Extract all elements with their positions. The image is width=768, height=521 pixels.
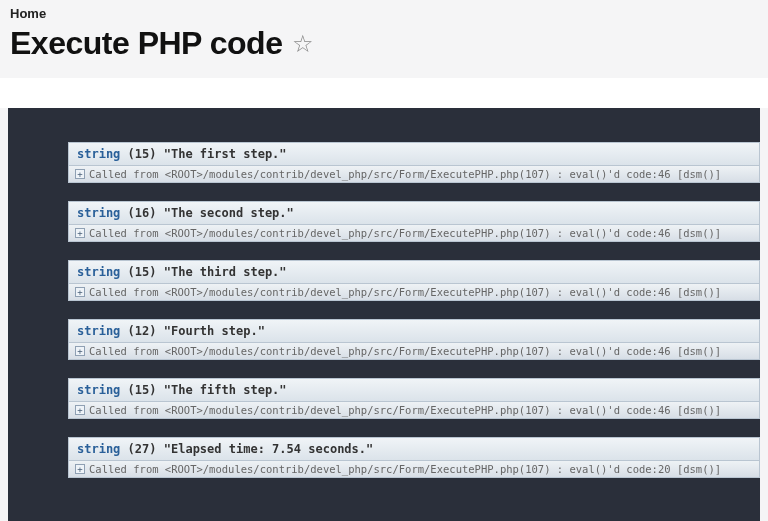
page-title: Execute PHP code <box>10 25 282 62</box>
dump-value-line: string (15) "The fifth step." <box>68 378 760 401</box>
dump-length: (15) <box>128 383 157 397</box>
dump-sep <box>157 206 164 220</box>
dump-length: (15) <box>128 265 157 279</box>
trace-path: <ROOT>/modules/contrib/devel_php/src/For… <box>165 463 721 475</box>
trace-path: <ROOT>/modules/contrib/devel_php/src/For… <box>165 345 721 357</box>
expand-icon[interactable]: + <box>75 346 85 356</box>
dump-type: string <box>77 442 120 456</box>
dump-length: (16) <box>128 206 157 220</box>
var-dump: string (15) "The fifth step." +Called fr… <box>68 378 760 419</box>
trace-text: Called from <ROOT>/modules/contrib/devel… <box>89 404 721 416</box>
dump-length: (12) <box>128 324 157 338</box>
dump-sep <box>120 324 127 338</box>
dump-type: string <box>77 265 120 279</box>
dump-string: "Fourth step." <box>164 324 265 338</box>
dump-value-line: string (16) "The second step." <box>68 201 760 224</box>
trace-text: Called from <ROOT>/modules/contrib/devel… <box>89 286 721 298</box>
expand-icon[interactable]: + <box>75 228 85 238</box>
var-dump: string (15) "The first step." +Called fr… <box>68 142 760 183</box>
trace-path: <ROOT>/modules/contrib/devel_php/src/For… <box>165 404 721 416</box>
dump-sep <box>157 265 164 279</box>
expand-icon[interactable]: + <box>75 464 85 474</box>
content-spacer <box>0 78 768 108</box>
dump-sep <box>120 442 127 456</box>
trace-path: <ROOT>/modules/contrib/devel_php/src/For… <box>165 168 721 180</box>
dump-length: (15) <box>128 147 157 161</box>
trace-line: +Called from <ROOT>/modules/contrib/deve… <box>68 165 760 183</box>
dump-value-line: string (12) "Fourth step." <box>68 319 760 342</box>
favorite-star-icon[interactable]: ☆ <box>292 30 314 58</box>
trace-line: +Called from <ROOT>/modules/contrib/deve… <box>68 460 760 478</box>
dump-type: string <box>77 206 120 220</box>
trace-path: <ROOT>/modules/contrib/devel_php/src/For… <box>165 227 721 239</box>
trace-prefix: Called from <box>89 227 165 239</box>
trace-path: <ROOT>/modules/contrib/devel_php/src/For… <box>165 286 721 298</box>
dump-sep <box>120 206 127 220</box>
expand-icon[interactable]: + <box>75 405 85 415</box>
trace-prefix: Called from <box>89 404 165 416</box>
trace-text: Called from <ROOT>/modules/contrib/devel… <box>89 227 721 239</box>
dump-sep <box>157 383 164 397</box>
dump-sep <box>157 442 164 456</box>
dump-type: string <box>77 383 120 397</box>
dump-value-line: string (27) "Elapsed time: 7.54 seconds.… <box>68 437 760 460</box>
dump-string: "The second step." <box>164 206 294 220</box>
trace-text: Called from <ROOT>/modules/contrib/devel… <box>89 168 721 180</box>
page-title-row: Execute PHP code ☆ <box>10 25 758 62</box>
dump-length: (27) <box>128 442 157 456</box>
trace-line: +Called from <ROOT>/modules/contrib/deve… <box>68 224 760 242</box>
dump-string: "Elapsed time: 7.54 seconds." <box>164 442 374 456</box>
trace-prefix: Called from <box>89 286 165 298</box>
trace-text: Called from <ROOT>/modules/contrib/devel… <box>89 463 721 475</box>
dump-type: string <box>77 324 120 338</box>
dump-sep <box>157 324 164 338</box>
breadcrumb[interactable]: Home <box>10 6 758 21</box>
trace-line: +Called from <ROOT>/modules/contrib/deve… <box>68 342 760 360</box>
dump-value-line: string (15) "The first step." <box>68 142 760 165</box>
trace-prefix: Called from <box>89 345 165 357</box>
trace-line: +Called from <ROOT>/modules/contrib/deve… <box>68 283 760 301</box>
var-dump: string (16) "The second step." +Called f… <box>68 201 760 242</box>
var-dump: string (15) "The third step." +Called fr… <box>68 260 760 301</box>
dump-type: string <box>77 147 120 161</box>
trace-text: Called from <ROOT>/modules/contrib/devel… <box>89 345 721 357</box>
expand-icon[interactable]: + <box>75 169 85 179</box>
dump-string: "The first step." <box>164 147 287 161</box>
dump-sep <box>120 265 127 279</box>
trace-prefix: Called from <box>89 168 165 180</box>
dump-string: "The third step." <box>164 265 287 279</box>
expand-icon[interactable]: + <box>75 287 85 297</box>
trace-prefix: Called from <box>89 463 165 475</box>
trace-line: +Called from <ROOT>/modules/contrib/deve… <box>68 401 760 419</box>
var-dump: string (27) "Elapsed time: 7.54 seconds.… <box>68 437 760 478</box>
output-panel: string (15) "The first step." +Called fr… <box>8 108 760 521</box>
dump-value-line: string (15) "The third step." <box>68 260 760 283</box>
var-dump: string (12) "Fourth step." +Called from … <box>68 319 760 360</box>
dump-sep <box>157 147 164 161</box>
dump-sep <box>120 383 127 397</box>
dump-string: "The fifth step." <box>164 383 287 397</box>
header: Home Execute PHP code ☆ <box>0 0 768 78</box>
dump-sep <box>120 147 127 161</box>
